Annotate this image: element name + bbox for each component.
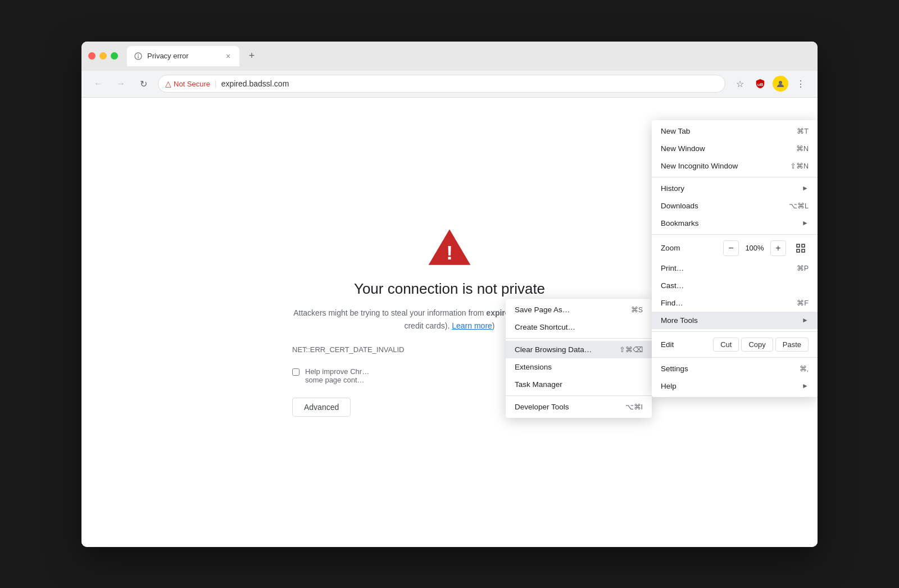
print-label: Print… [661, 264, 792, 272]
create-shortcut-label: Create Shortcut… [515, 323, 638, 331]
not-secure-label: Not Secure [174, 80, 210, 88]
address-actions: ☆ uB ⋮ [732, 76, 809, 92]
help-label: Help [661, 382, 797, 390]
new-incognito-label: New Incognito Window [661, 162, 786, 170]
menu-item-print[interactable]: Print… ⌘P [652, 259, 818, 277]
menu-item-find[interactable]: Find… ⌘F [652, 294, 818, 312]
menu-item-downloads[interactable]: Downloads ⌥⌘L [652, 197, 818, 215]
menu-item-clear-browsing[interactable]: Clear Browsing Data… ⇧⌘⌫ [506, 341, 652, 358]
zoom-value: 100% [743, 244, 766, 252]
bookmark-button[interactable]: ☆ [732, 76, 748, 92]
menu-divider-2 [652, 234, 818, 235]
menu-item-extensions[interactable]: Extensions [506, 358, 652, 376]
fullscreen-button[interactable] [793, 240, 809, 256]
svg-rect-9 [802, 244, 805, 247]
menu-item-new-incognito[interactable]: New Incognito Window ⇧⌘N [652, 157, 818, 175]
zoom-in-button[interactable]: + [770, 240, 786, 256]
traffic-lights [88, 52, 118, 60]
more-tools-submenu[interactable]: Save Page As… ⌘S Create Shortcut… Clear … [506, 299, 652, 418]
url-bar[interactable]: △ Not Secure | expired.badssl.com [158, 75, 725, 93]
print-shortcut: ⌘P [797, 264, 809, 272]
new-incognito-shortcut: ⇧⌘N [790, 162, 809, 170]
menu-item-help[interactable]: Help ► [652, 377, 818, 395]
shield-button[interactable]: uB [752, 76, 768, 92]
svg-rect-2 [138, 56, 139, 58]
save-page-shortcut: ⌘S [631, 306, 643, 314]
clear-browsing-shortcut: ⇧⌘⌫ [619, 345, 643, 354]
svg-rect-8 [797, 244, 800, 247]
menu-divider-4 [652, 357, 818, 358]
browser-window: Privacy error × + ← → ↻ △ Not Secure | e… [81, 42, 818, 547]
history-arrow: ► [802, 184, 809, 192]
cast-label: Cast… [661, 281, 809, 290]
bookmarks-label: Bookmarks [661, 219, 797, 227]
copy-button[interactable]: Copy [741, 338, 773, 352]
settings-shortcut: ⌘, [800, 364, 809, 373]
cut-button[interactable]: Cut [713, 338, 739, 352]
extensions-label: Extensions [515, 363, 643, 371]
paste-button[interactable]: Paste [775, 338, 809, 352]
checkbox-label: Help improve Chr… some page cont… [305, 367, 369, 384]
svg-point-1 [138, 54, 139, 56]
tab-close-button[interactable]: × [224, 52, 233, 61]
new-tab-button[interactable]: + [244, 48, 260, 64]
active-tab[interactable]: Privacy error × [127, 46, 239, 66]
tab-favicon [134, 52, 143, 61]
menu-item-settings[interactable]: Settings ⌘, [652, 360, 818, 377]
menu-item-task-manager[interactable]: Task Manager [506, 376, 652, 393]
maximize-traffic-light[interactable] [111, 52, 118, 60]
more-tools-arrow: ► [802, 316, 809, 324]
find-label: Find… [661, 299, 792, 307]
menu-button[interactable]: ⋮ [793, 76, 809, 92]
zoom-label: Zoom [661, 244, 723, 252]
zoom-controls: − 100% + [723, 240, 809, 256]
menu-item-create-shortcut[interactable]: Create Shortcut… [506, 318, 652, 336]
downloads-shortcut: ⌥⌘L [789, 202, 809, 210]
back-button[interactable]: ← [90, 76, 106, 92]
menu-item-developer-tools[interactable]: Developer Tools ⌥⌘I [506, 398, 652, 416]
advanced-button[interactable]: Advanced [292, 398, 351, 417]
url-separator: | [215, 79, 217, 88]
menu-divider-3 [652, 331, 818, 332]
tab-title: Privacy error [147, 52, 189, 60]
profile-button[interactable] [773, 76, 788, 92]
help-improve-checkbox[interactable] [292, 368, 299, 376]
error-code: NET::ERR_CERT_DATE_INVALID [292, 345, 404, 354]
title-bar: Privacy error × + [81, 42, 818, 71]
developer-tools-label: Developer Tools [515, 403, 621, 411]
menu-item-save-page[interactable]: Save Page As… ⌘S [506, 301, 652, 318]
new-window-shortcut: ⌘N [796, 144, 809, 153]
more-tools-divider-2 [506, 395, 652, 396]
address-bar: ← → ↻ △ Not Secure | expired.badssl.com … [81, 71, 818, 98]
svg-text:!: ! [446, 241, 453, 263]
reload-button[interactable]: ↻ [135, 76, 151, 92]
error-desc-prefix: Attackers might be trying to steal your … [293, 308, 486, 317]
bookmarks-arrow: ► [802, 219, 809, 227]
menu-item-new-window[interactable]: New Window ⌘N [652, 140, 818, 157]
svg-rect-10 [797, 249, 800, 252]
new-tab-label: New Tab [661, 127, 792, 135]
minimize-traffic-light[interactable] [99, 52, 107, 60]
edit-row: Edit Cut Copy Paste [652, 334, 818, 355]
zoom-row: Zoom − 100% + [652, 237, 818, 259]
save-page-label: Save Page As… [515, 306, 626, 314]
menu-item-history[interactable]: History ► [652, 180, 818, 197]
checkbox-row: Help improve Chr… some page cont… [292, 367, 369, 384]
close-traffic-light[interactable] [88, 52, 96, 60]
menu-item-bookmarks[interactable]: Bookmarks ► [652, 215, 818, 232]
not-secure-indicator: △ Not Secure [165, 79, 210, 88]
more-tools-label: More Tools [661, 316, 797, 325]
developer-tools-shortcut: ⌥⌘I [625, 403, 643, 411]
forward-button[interactable]: → [113, 76, 129, 92]
menu-item-more-tools[interactable]: More Tools ► [652, 312, 818, 329]
error-triangle-icon: ! [427, 227, 472, 267]
history-label: History [661, 184, 797, 193]
menu-item-cast[interactable]: Cast… [652, 277, 818, 294]
zoom-out-button[interactable]: − [723, 240, 739, 256]
url-text: expired.badssl.com [221, 79, 289, 88]
page-content: ! Your connection is not private Attacke… [81, 98, 818, 547]
menu-item-new-tab[interactable]: New Tab ⌘T [652, 122, 818, 140]
chrome-main-menu[interactable]: New Tab ⌘T New Window ⌘N New Incognito W… [652, 120, 818, 397]
downloads-label: Downloads [661, 202, 784, 210]
learn-more-link[interactable]: Learn more [452, 321, 492, 330]
